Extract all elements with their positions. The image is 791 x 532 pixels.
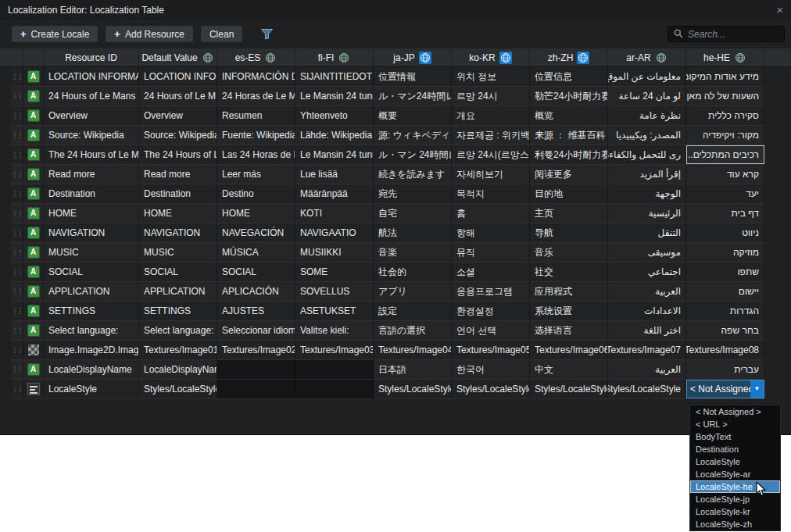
table-cell[interactable]: Destino <box>217 184 295 203</box>
table-cell[interactable]: Textures/Image08 <box>686 341 764 359</box>
table-cell[interactable]: الرئيسية <box>608 204 686 223</box>
table-cell[interactable]: 위치 정보 <box>452 67 530 86</box>
table-cell[interactable]: العربية <box>608 360 686 379</box>
table-cell[interactable]: 자료제공 : 위키백 <box>452 126 530 145</box>
row-drag-handle[interactable]: ⋮⋮ <box>11 126 23 145</box>
table-cell[interactable]: Textures/Image03 <box>295 341 374 359</box>
cell-resource-id[interactable]: HOME <box>44 204 139 223</box>
table-cell[interactable]: موسيقى <box>608 243 686 262</box>
table-cell[interactable]: Määränpää <box>295 184 374 203</box>
table-cell[interactable]: 환경설정 <box>452 302 530 320</box>
row-drag-handle[interactable]: ⋮⋮ <box>11 302 23 320</box>
table-cell[interactable]: Las 24 Horas de L <box>217 145 295 164</box>
dropdown-item[interactable]: LocaleStyle <box>690 455 780 468</box>
table-cell[interactable]: 設定 <box>374 302 452 320</box>
table-cell[interactable]: 르망 24시 <box>452 87 530 105</box>
table-cell[interactable]: 항해 <box>452 223 530 242</box>
table-cell[interactable]: 르망 24시(르망스... <box>452 145 530 164</box>
table-cell[interactable]: 응용프로그램 <box>452 282 530 301</box>
table-cell[interactable]: 日本語 <box>374 360 452 379</box>
table-cell[interactable]: 소셜 <box>452 262 530 281</box>
table-cell[interactable]: Lähde: Wikipedia <box>295 126 374 145</box>
table-cell[interactable]: Leer más <box>217 165 295 184</box>
table-cell[interactable]: NAVEGACIÓN <box>217 223 295 242</box>
table-cell[interactable]: 뮤직 <box>452 243 530 262</box>
table-cell[interactable]: Read more <box>139 165 217 184</box>
table-cell[interactable]: SETTINGS <box>139 302 217 320</box>
table-cell[interactable]: 位置情報 <box>374 67 452 86</box>
row-drag-handle[interactable]: ⋮⋮ <box>11 341 23 359</box>
table-cell[interactable]: ル・マン 24時間レース <box>374 145 452 164</box>
dropdown-item[interactable]: Destination <box>690 443 780 455</box>
table-cell[interactable]: HOME <box>139 204 217 223</box>
cell-resource-id[interactable]: Image.Image2D.Imag <box>44 341 139 359</box>
table-cell[interactable]: اختر اللغة <box>608 321 686 340</box>
column-header-ko-kr[interactable]: ko-KR <box>452 48 530 66</box>
table-cell[interactable]: 社会的 <box>374 262 452 281</box>
table-cell[interactable]: 选择语言 <box>530 321 608 340</box>
row-drag-handle[interactable]: ⋮⋮ <box>11 243 23 262</box>
table-cell[interactable]: ניווט <box>686 223 764 242</box>
row-drag-handle[interactable]: ⋮⋮ <box>11 262 23 281</box>
table-cell[interactable]: نظرة عامة <box>608 106 686 125</box>
table-cell[interactable]: 音乐 <box>530 243 608 262</box>
cell-resource-id[interactable]: The 24 Hours of Le M <box>44 145 139 164</box>
table-cell[interactable]: HOME <box>217 204 295 223</box>
table-cell[interactable]: Select language: <box>139 321 217 340</box>
cell-resource-id[interactable]: Source: Wikipedia <box>44 126 139 145</box>
table-cell[interactable]: 개요 <box>452 106 530 125</box>
table-cell[interactable]: اجتماعي <box>608 262 686 281</box>
row-drag-handle[interactable]: ⋮⋮ <box>11 321 23 340</box>
table-cell[interactable]: סקירה כללית <box>686 106 764 125</box>
cell-resource-id[interactable]: Destination <box>44 184 139 203</box>
column-header-fi-fi[interactable]: fi-FI <box>295 48 374 66</box>
table-cell[interactable]: 航法 <box>374 223 452 242</box>
table-cell[interactable]: 源: ウィキペディア <box>374 126 452 145</box>
column-header-default-value[interactable]: Default Value <box>139 48 217 66</box>
table-cell[interactable]: APPLICATION <box>139 282 217 301</box>
cell-resource-id[interactable]: NAVIGATION <box>44 223 139 242</box>
row-drag-handle[interactable]: ⋮⋮ <box>11 282 23 301</box>
table-cell[interactable]: מידע אודות המיקום <box>686 67 764 86</box>
table-cell[interactable]: 社交 <box>530 262 608 281</box>
table-cell[interactable]: יעד <box>686 184 764 203</box>
table-cell[interactable]: KOTI <box>295 204 374 223</box>
table-cell[interactable]: NAVIGAATIO <box>295 223 374 242</box>
table-cell[interactable]: Fuente: Wikipedia <box>217 126 295 145</box>
cell-resource-id[interactable]: Select language: <box>44 321 139 340</box>
table-cell[interactable]: 홈 <box>452 204 530 223</box>
locale-style-combobox[interactable]: < Not Assigned >▼ <box>686 380 764 398</box>
table-cell[interactable]: Destination <box>139 184 217 203</box>
table-cell[interactable]: Textures/Image01 <box>139 341 217 359</box>
table-cell[interactable]: ASETUKSET <box>295 302 374 320</box>
column-header-he-he[interactable]: he-HE <box>686 48 764 66</box>
table-cell[interactable]: لو مان 24 ساعة <box>608 87 686 105</box>
table-cell[interactable]: Valitse kieli: <box>295 321 374 340</box>
table-cell[interactable]: Textures/Image07 <box>608 341 686 359</box>
column-header-ar-ar[interactable]: ar-AR <box>608 48 686 66</box>
dropdown-item[interactable]: LocaleStyle-zh <box>690 518 780 530</box>
cell-resource-id[interactable]: SETTINGS <box>44 302 139 320</box>
table-cell[interactable]: العربية <box>608 282 686 301</box>
table-cell[interactable]: Overview <box>139 106 217 125</box>
table-cell[interactable]: רכיבים המתכלים... <box>686 145 764 164</box>
table-cell[interactable]: SOCIAL <box>139 262 217 281</box>
table-cell[interactable]: 목적지 <box>452 184 530 203</box>
table-cell[interactable]: The 24 Hours of L <box>139 145 217 164</box>
cell-resource-id[interactable]: Read more <box>44 165 139 184</box>
table-cell[interactable]: Yhteenveto <box>295 106 374 125</box>
combobox-caret-icon[interactable]: ▼ <box>750 380 764 398</box>
column-header-zh-zh[interactable]: zh-ZH <box>530 48 608 66</box>
table-cell[interactable]: מקור: ויקיפדיה <box>686 126 764 145</box>
table-cell[interactable]: Styles/LocaleStyle <box>139 380 217 398</box>
dropdown-item[interactable]: BodyText <box>690 430 780 443</box>
table-cell[interactable]: 系统设置 <box>530 302 608 320</box>
close-icon[interactable]: × <box>776 4 783 16</box>
table-cell[interactable]: Styles/LocaleStyle <box>374 380 452 398</box>
table-cell[interactable]: 한국어 <box>452 360 530 379</box>
search-box[interactable] <box>668 26 785 42</box>
table-cell[interactable]: 来源 ： 维基百科 <box>530 126 608 145</box>
cell-resource-id[interactable]: LOCATION INFORMAT <box>44 67 139 86</box>
row-drag-handle[interactable]: ⋮⋮ <box>11 223 23 242</box>
table-cell[interactable]: 続きを読みます <box>374 165 452 184</box>
